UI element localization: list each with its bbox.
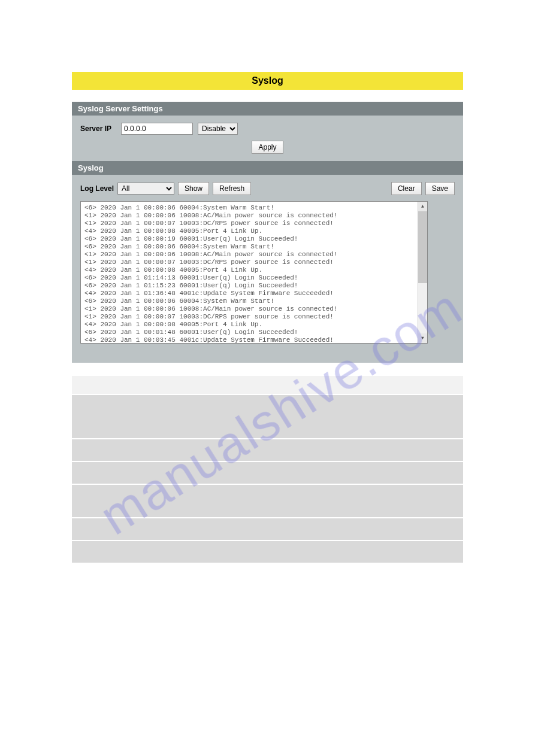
def-cell — [72, 462, 177, 484]
section-header-server-settings: Syslog Server Settings — [72, 102, 463, 116]
definition-table-header-row — [72, 376, 463, 394]
page-title-bar: Syslog — [72, 72, 463, 90]
refresh-button[interactable]: Refresh — [213, 182, 251, 195]
def-cell — [177, 439, 463, 461]
server-ip-input[interactable] — [121, 123, 193, 135]
def-cell — [177, 485, 463, 517]
table-row — [72, 518, 463, 540]
server-ip-label: Server IP — [80, 125, 116, 133]
log-output-box: <6> 2020 Jan 1 00:00:06 60004:System War… — [80, 201, 428, 344]
section-header-syslog: Syslog — [72, 161, 463, 175]
show-button[interactable]: Show — [178, 182, 209, 195]
server-ip-row: Server IP Disable — [80, 123, 455, 135]
syslog-header-text: Syslog — [78, 163, 104, 172]
scroll-track[interactable] — [418, 211, 427, 333]
def-header-col1 — [72, 376, 177, 394]
log-level-row: Log Level All Show Refresh Clear Save — [80, 182, 455, 195]
scroll-up-icon[interactable]: ▲ — [418, 202, 427, 211]
def-cell — [177, 541, 463, 563]
save-button[interactable]: Save — [425, 182, 455, 195]
def-cell — [72, 541, 177, 563]
def-cell — [177, 518, 463, 540]
main-panel: Syslog Server Settings Server IP Disable… — [72, 102, 463, 363]
definition-table — [72, 375, 463, 564]
def-cell — [177, 462, 463, 484]
table-row — [72, 395, 463, 438]
def-cell — [72, 439, 177, 461]
server-settings-body: Server IP Disable Apply — [72, 116, 463, 161]
log-lines: <6> 2020 Jan 1 00:00:06 60004:System War… — [84, 204, 424, 344]
def-cell — [72, 485, 177, 517]
clear-button[interactable]: Clear — [391, 182, 422, 195]
def-cell — [72, 395, 177, 438]
table-row — [72, 439, 463, 461]
log-level-label: Log Level — [80, 184, 114, 193]
page-title: Syslog — [252, 75, 283, 86]
log-level-select[interactable]: All — [117, 183, 174, 195]
table-row — [72, 462, 463, 484]
apply-button[interactable]: Apply — [252, 141, 283, 154]
apply-row: Apply — [80, 141, 455, 154]
server-settings-header-text: Syslog Server Settings — [78, 104, 163, 113]
syslog-body: Log Level All Show Refresh Clear Save <6… — [72, 175, 463, 351]
def-header-col2 — [177, 376, 463, 394]
table-row — [72, 541, 463, 563]
server-mode-select[interactable]: Disable — [198, 123, 238, 135]
scroll-thumb[interactable] — [418, 211, 427, 283]
def-cell — [177, 395, 463, 438]
table-row — [72, 485, 463, 517]
resize-handle-icon[interactable] — [420, 336, 427, 343]
def-cell — [72, 518, 177, 540]
log-scrollbar[interactable]: ▲ ▼ — [418, 202, 427, 343]
